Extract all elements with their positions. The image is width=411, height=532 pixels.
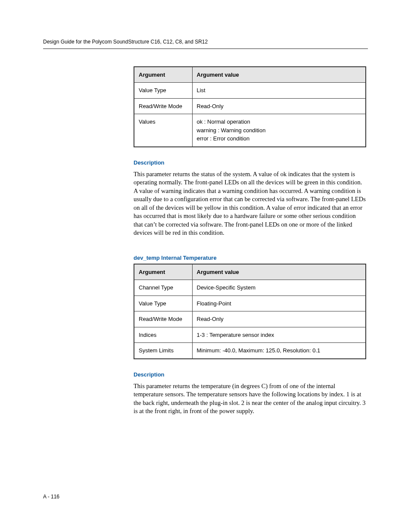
value-line: warning : Warning condition (197, 126, 361, 135)
cell-argument: Values (134, 114, 192, 147)
cell-value: Read-Only (192, 311, 366, 327)
table-header-argument: Argument (134, 264, 192, 280)
dev-temp-heading: dev_temp Internal Temperature (134, 255, 366, 261)
description-heading: Description (134, 371, 366, 378)
table-row: Values ok : Normal operation warning : W… (134, 114, 366, 147)
cell-value: Minimum: -40.0, Maximum: 125.0, Resoluti… (192, 343, 366, 359)
table-row: Read/Write Mode Read-Only (134, 311, 366, 327)
table-row: Indices 1-3 : Temperature sensor index (134, 327, 366, 343)
cell-argument: Value Type (134, 296, 192, 311)
table-row: Value Type Floating-Point (134, 296, 366, 311)
cell-value: ok : Normal operation warning : Warning … (192, 114, 366, 147)
cell-value: List (192, 83, 366, 99)
description-body: This parameter returns the temperature (… (134, 382, 366, 416)
cell-value: Device-Specific System (192, 280, 366, 296)
table-row: Channel Type Device-Specific System (134, 280, 366, 296)
cell-value: Read-Only (192, 98, 366, 114)
cell-argument: System Limits (134, 343, 192, 359)
cell-value: Floating-Point (192, 296, 366, 311)
cell-argument: Indices (134, 327, 192, 343)
main-content: Argument Argument value Value Type List … (134, 66, 366, 416)
argument-table-1: Argument Argument value Value Type List … (134, 66, 366, 147)
cell-argument: Read/Write Mode (134, 311, 192, 327)
running-header: Design Guide for the Polycom SoundStruct… (43, 39, 368, 49)
page-number: A - 116 (43, 494, 59, 500)
cell-argument: Read/Write Mode (134, 98, 192, 114)
table-header-argument: Argument (134, 67, 192, 83)
table-row: System Limits Minimum: -40.0, Maximum: 1… (134, 343, 366, 359)
description-heading: Description (134, 159, 366, 166)
table-header-argument-value: Argument value (192, 264, 366, 280)
cell-argument: Value Type (134, 83, 192, 99)
value-line: ok : Normal operation (197, 118, 361, 126)
value-line: error : Error condition (197, 134, 361, 143)
table-row: Read/Write Mode Read-Only (134, 98, 366, 114)
argument-table-2: Argument Argument value Channel Type Dev… (134, 264, 366, 359)
table-header-argument-value: Argument value (192, 67, 366, 83)
description-body: This parameter returns the status of the… (134, 170, 366, 238)
cell-value: 1-3 : Temperature sensor index (192, 327, 366, 343)
table-row: Value Type List (134, 83, 366, 99)
cell-argument: Channel Type (134, 280, 192, 296)
